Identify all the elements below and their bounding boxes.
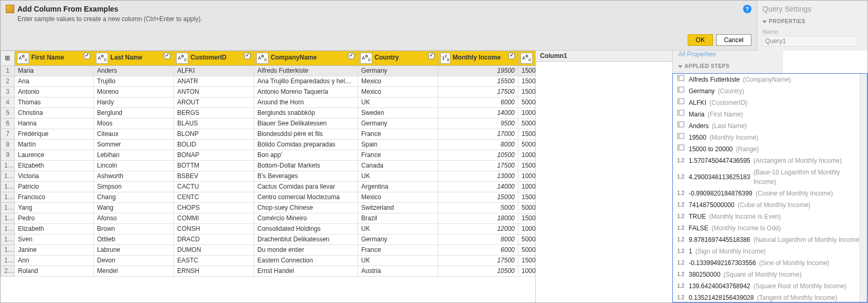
cell[interactable]: 15000 to 20000: [518, 192, 536, 202]
query-name-input[interactable]: Query1: [763, 36, 857, 46]
cell[interactable]: Du monde entier: [254, 245, 358, 255]
row-number[interactable]: 12: [1, 181, 15, 192]
cell[interactable]: 17500: [438, 255, 518, 266]
cell[interactable]: Trujillo: [94, 76, 174, 86]
table-row[interactable]: 19AnnDevonEASTCEastern ConnectionUK17500…: [1, 255, 536, 266]
cell[interactable]: COMMI: [174, 213, 254, 223]
cell[interactable]: 9500: [438, 118, 518, 129]
cell[interactable]: Canada: [358, 160, 438, 171]
cell[interactable]: Germany: [358, 65, 438, 76]
cell[interactable]: Elizabeth: [15, 160, 94, 171]
cell[interactable]: 10000 to 15000: [518, 223, 536, 234]
cell[interactable]: Elizabeth: [15, 223, 94, 234]
cell[interactable]: Centro comercial Moctezuma: [254, 192, 358, 202]
cell[interactable]: Consolidated Holdings: [254, 223, 358, 234]
cell[interactable]: 5000 to 10000: [518, 202, 536, 213]
suggestion-item[interactable]: ALFKI(CustomerID): [673, 97, 867, 109]
cell[interactable]: Frédérique: [15, 129, 94, 139]
cell[interactable]: Comércio Mineiro: [254, 213, 358, 223]
cancel-button[interactable]: Cancel: [716, 34, 751, 46]
cell[interactable]: CHOPS: [174, 202, 254, 213]
cell[interactable]: Pedro: [15, 213, 94, 223]
cell[interactable]: France: [358, 129, 438, 139]
cell[interactable]: Citeaux: [94, 129, 174, 139]
suggestion-scrollbar[interactable]: [860, 74, 867, 302]
cell[interactable]: Laurence: [15, 150, 94, 160]
cell[interactable]: Sven: [15, 234, 94, 245]
cell[interactable]: Roland: [15, 266, 94, 276]
cell[interactable]: Antonio Moreno Taquería: [254, 86, 358, 97]
cell[interactable]: BONAP: [174, 150, 254, 160]
cell[interactable]: 10000 to 15000: [518, 181, 536, 192]
column-header-range[interactable]: ABCRange: [518, 51, 536, 66]
cell[interactable]: Simpson: [94, 181, 174, 192]
cell[interactable]: Switzerland: [358, 202, 438, 213]
cell[interactable]: Anders: [94, 65, 174, 76]
cell[interactable]: Francisco: [15, 192, 94, 202]
cell[interactable]: EASTC: [174, 255, 254, 266]
cell[interactable]: BOTTM: [174, 160, 254, 171]
suggestion-item[interactable]: Anders(Last Name): [673, 120, 867, 132]
cell[interactable]: Eastern Connection: [254, 255, 358, 266]
cell[interactable]: ANTON: [174, 86, 254, 97]
ok-button[interactable]: OK: [688, 34, 712, 46]
cell[interactable]: Berglunds snabbköp: [254, 107, 358, 118]
cell[interactable]: 5000 to 10000: [518, 139, 536, 150]
row-number[interactable]: 13: [1, 192, 15, 202]
cell[interactable]: 5000 to 10000: [518, 118, 536, 129]
table-row[interactable]: 6HannaMoosBLAUSBlauer See DelikatessenGe…: [1, 118, 536, 129]
cell[interactable]: 15000 to 20000: [518, 86, 536, 97]
cell[interactable]: 5000 to 10000: [518, 97, 536, 107]
cell[interactable]: Brazil: [358, 213, 438, 223]
cell[interactable]: 12000: [438, 223, 518, 234]
suggestion-item[interactable]: 1.24.2900346113625183(Base-10 Logarithm …: [673, 167, 867, 188]
cell[interactable]: Germany: [358, 118, 438, 129]
table-row[interactable]: 14YangWangCHOPSChop-suey ChineseSwitzerl…: [1, 202, 536, 213]
cell[interactable]: 15000 to 20000: [518, 65, 536, 76]
column-header-last name[interactable]: ABCLast Name: [94, 51, 174, 66]
cell[interactable]: Chop-suey Chinese: [254, 202, 358, 213]
cell[interactable]: France: [358, 245, 438, 255]
cell[interactable]: Ann: [15, 255, 94, 266]
suggestion-item[interactable]: 1.2-0.9909820184876399(Cosine of Monthly…: [673, 188, 867, 199]
table-row[interactable]: 18JanineLabruneDUMONDu monde entierFranc…: [1, 245, 536, 255]
cell[interactable]: 5000: [438, 202, 518, 213]
row-number[interactable]: 18: [1, 245, 15, 255]
suggestion-item[interactable]: 1.2139.64240043768942(Square Root of Mon…: [673, 280, 867, 292]
table-row[interactable]: 3AntonioMorenoANTONAntonio Moreno Taquer…: [1, 86, 536, 97]
help-icon[interactable]: ?: [743, 5, 751, 13]
cell[interactable]: Martín: [15, 139, 94, 150]
suggestion-item[interactable]: 1.2-0.13399492167303556(Sine of Monthly …: [673, 257, 867, 269]
table-row[interactable]: 13FranciscoChangCENTCCentro comercial Mo…: [1, 192, 536, 202]
column-include-checkbox[interactable]: [84, 53, 90, 61]
cell[interactable]: Victoria: [15, 171, 94, 181]
column-header-companyname[interactable]: ABCCompanyName: [254, 51, 358, 66]
cell[interactable]: Labrune: [94, 245, 174, 255]
row-number[interactable]: 6: [1, 118, 15, 129]
cell[interactable]: Yang: [15, 202, 94, 213]
cell[interactable]: Ana Trujillo Emparedados y helados: [254, 76, 358, 86]
cell[interactable]: Antonio: [15, 86, 94, 97]
table-row[interactable]: 2AnaTrujilloANATRAna Trujillo Emparedado…: [1, 76, 536, 86]
row-number[interactable]: 17: [1, 234, 15, 245]
cell[interactable]: 18000: [438, 213, 518, 223]
cell[interactable]: 14000: [438, 107, 518, 118]
table-row[interactable]: 20RolandMendelERNSHErnst HandelAustria10…: [1, 266, 536, 276]
row-number[interactable]: 1: [1, 65, 15, 76]
row-number[interactable]: 5: [1, 107, 15, 118]
cell[interactable]: Germany: [358, 234, 438, 245]
cell[interactable]: CENTC: [174, 192, 254, 202]
cell[interactable]: Patricio: [15, 181, 94, 192]
cell[interactable]: Bon app': [254, 150, 358, 160]
cell[interactable]: 15000 to 20000: [518, 129, 536, 139]
cell[interactable]: Moreno: [94, 86, 174, 97]
cell[interactable]: Mexico: [358, 86, 438, 97]
cell[interactable]: 17500: [438, 160, 518, 171]
cell[interactable]: AROUT: [174, 97, 254, 107]
cell[interactable]: Alfreds Futterkiste: [254, 65, 358, 76]
table-row[interactable]: 7FrédériqueCiteauxBLONPBlondesddsl père …: [1, 129, 536, 139]
cell[interactable]: 8000: [438, 234, 518, 245]
cell[interactable]: BOLID: [174, 139, 254, 150]
cell[interactable]: 15000 to 20000: [518, 160, 536, 171]
cell[interactable]: Blauer See Delikatessen: [254, 118, 358, 129]
